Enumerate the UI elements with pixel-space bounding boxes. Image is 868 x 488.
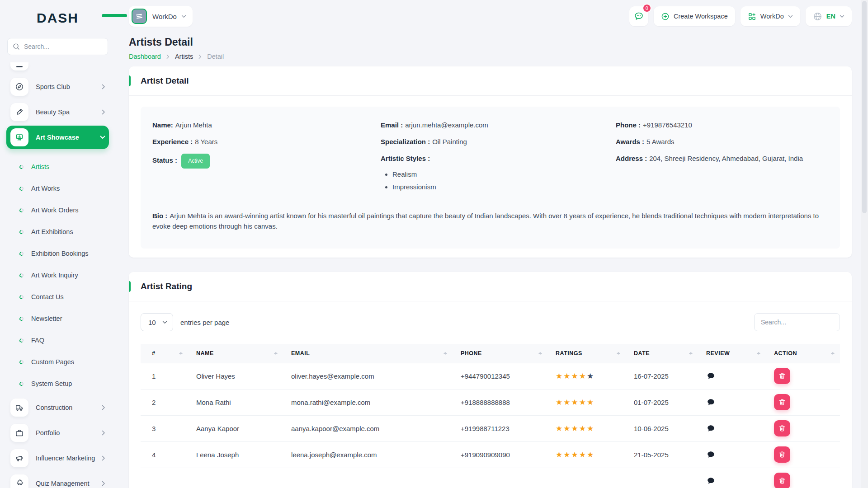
language-label: EN <box>826 13 835 20</box>
cell-date: 16-07-2025 <box>634 363 706 389</box>
truck-icon <box>10 399 28 417</box>
main-content: WorkDo 0 Create Workspace <box>115 0 868 488</box>
artist-detail-card: Artist Detail Name:Arjun Mehta Experienc… <box>129 66 852 258</box>
entries-per-page-select[interactable]: 10 <box>141 313 173 331</box>
delete-button[interactable] <box>774 446 790 463</box>
bullet-ring-icon <box>19 251 24 256</box>
trash-icon <box>778 372 786 380</box>
workdo-menu-button[interactable]: WorkDo <box>741 6 800 26</box>
workspace-switcher[interactable]: WorkDo <box>129 6 193 27</box>
delete-button[interactable] <box>774 473 790 488</box>
sidebar-item-sports-club[interactable]: Sports Club <box>6 78 109 96</box>
review-button[interactable] <box>706 424 716 433</box>
bullet-ring-icon <box>19 316 24 321</box>
sidebar-item-art-exhibitions[interactable]: Art Exhibitions <box>6 225 109 239</box>
sort-icon[interactable] <box>443 350 448 357</box>
brand-logo-text: DASH <box>37 10 79 26</box>
sidebar-item-contact-us[interactable]: Contact Us <box>6 290 109 304</box>
language-selector[interactable]: EN <box>806 6 852 26</box>
artistic-style-item: Realism <box>392 169 616 179</box>
sidebar-item-influencer-marketing[interactable]: Influencer Marketing <box>6 449 109 467</box>
sidebar-item-art-showcase[interactable]: Art Showcase <box>6 126 109 149</box>
cell-email: oliver.hayes@example.com <box>291 363 461 389</box>
search-icon <box>12 42 20 51</box>
column-header-action: ACTION <box>774 344 840 363</box>
delete-button[interactable] <box>774 420 790 436</box>
sidebar-item-art-work-inquiry[interactable]: Art Work Inquiry <box>6 268 109 282</box>
sidebar-item-exhibition-bookings[interactable]: Exhibition Bookings <box>6 247 109 260</box>
review-button[interactable] <box>706 371 716 380</box>
review-button[interactable] <box>706 450 716 459</box>
column-header-ratings: RATINGS <box>556 344 634 363</box>
easel-icon <box>10 128 28 146</box>
field-specialization: Specialization :Oil Painting <box>381 137 616 146</box>
sidebar-item-label: Beauty Spa <box>36 108 70 116</box>
trash-icon <box>778 399 786 406</box>
sidebar-item-quiz-management[interactable]: Quiz Management <box>6 474 109 488</box>
sidebar-search-input[interactable] <box>7 38 108 55</box>
column-header-date: DATE <box>634 344 706 363</box>
window-scrollbar[interactable] <box>861 0 868 488</box>
field-experience: Experience :8 Years <box>152 137 381 146</box>
brush-icon <box>10 103 28 121</box>
bullet-ring-icon <box>19 272 24 277</box>
card-title: Artist Rating <box>129 272 852 301</box>
sort-icon[interactable] <box>617 350 621 357</box>
chevron-right-icon <box>102 481 105 486</box>
bullet-ring-icon <box>19 229 24 234</box>
rating-stars: ★★★★★ <box>556 371 634 381</box>
bullet-ring-icon <box>19 338 24 343</box>
sidebar-item-custom-pages[interactable]: Custom Pages <box>6 355 109 369</box>
scrollbar-thumb[interactable] <box>862 1 867 213</box>
cell-num: 4 <box>141 441 196 468</box>
bullet-ring-icon <box>19 381 24 386</box>
messages-count-badge: 0 <box>642 4 651 13</box>
column-header-email: EMAIL <box>291 344 461 363</box>
cell-name: Mona Rathi <box>196 389 291 415</box>
workspace-name: WorkDo <box>152 13 177 20</box>
table-row: 3 Aanya Kapoor aanya.kapoor@example.com … <box>141 415 840 441</box>
field-status: Status : Active <box>152 154 381 169</box>
sidebar-item-label: Portfolio <box>36 429 60 436</box>
sidebar-item-art-work-orders[interactable]: Art Work Orders <box>6 203 109 217</box>
create-workspace-button[interactable]: Create Workspace <box>654 6 735 26</box>
delete-button[interactable] <box>774 368 790 384</box>
artist-detail-panel: Name:Arjun Mehta Experience :8 Years Sta… <box>141 107 840 249</box>
table-search-input[interactable] <box>754 313 840 331</box>
page-title: Artists Detail <box>129 36 852 48</box>
sort-icon[interactable] <box>274 350 278 357</box>
sidebar-item-faq[interactable]: FAQ <box>6 333 109 347</box>
sort-icon[interactable] <box>179 350 184 357</box>
sidebar-item-label: Art Showcase <box>36 134 79 141</box>
breadcrumb-dashboard[interactable]: Dashboard <box>129 53 161 60</box>
cell-phone: +919988711223 <box>461 415 556 441</box>
sidebar-item-beauty-spa[interactable]: Beauty Spa <box>6 103 109 121</box>
breadcrumb-artists[interactable]: Artists <box>175 53 193 60</box>
field-bio: Bio :Arjun Mehta is an award-winning art… <box>152 211 827 231</box>
create-workspace-label: Create Workspace <box>674 13 728 20</box>
rating-stars: ★★★★★ <box>556 398 634 407</box>
sort-icon[interactable] <box>831 350 835 357</box>
trash-icon <box>778 477 786 484</box>
field-email: Email :arjun.mehta@example.com <box>381 120 616 130</box>
cell-date: 10-06-2025 <box>634 415 706 441</box>
chat-bubble-filled-icon <box>707 372 715 380</box>
field-name: Name:Arjun Mehta <box>152 120 381 130</box>
sort-icon[interactable] <box>538 350 543 357</box>
sidebar-item-label: Construction <box>36 404 72 411</box>
delete-button[interactable] <box>774 394 790 410</box>
review-button[interactable] <box>706 398 716 407</box>
sidebar-item-art-works[interactable]: Art Works <box>6 182 109 195</box>
brand-logo[interactable]: DASH <box>0 8 115 28</box>
sidebar-item-construction[interactable]: Construction <box>6 399 109 417</box>
messages-button[interactable]: 0 <box>629 6 648 26</box>
sidebar-item-newsletter[interactable]: Newsletter <box>6 312 109 325</box>
review-button[interactable] <box>706 476 716 485</box>
sort-icon[interactable] <box>757 350 761 357</box>
sidebar-item-artists[interactable]: Artists <box>6 160 109 174</box>
cell-phone: +944790012345 <box>461 363 556 389</box>
sidebar-item-system-setup[interactable]: System Setup <box>6 377 109 390</box>
chevron-down-icon <box>100 136 105 139</box>
sidebar-item-portfolio[interactable]: Portfolio <box>6 424 109 442</box>
sort-icon[interactable] <box>689 350 693 357</box>
